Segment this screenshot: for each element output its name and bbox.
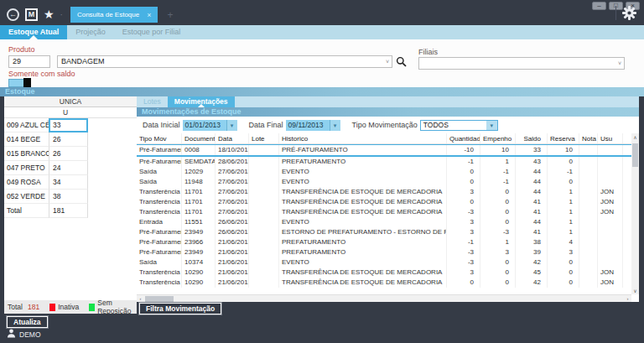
stock-row[interactable]: 052 VERDE38: [4, 190, 137, 204]
document-tab[interactable]: Consulta de Estoque ×: [70, 7, 158, 23]
movement-row[interactable]: Saída1037421/06/2013EVENTO-30420: [137, 257, 631, 268]
movement-cell: 33: [516, 145, 548, 155]
chevron-down-icon[interactable]: ▾: [226, 120, 237, 131]
movement-row[interactable]: Pré-Faturamento2394926/06/2013ESTORNO DE…: [137, 227, 631, 237]
movement-cell: 41: [516, 207, 548, 217]
column-header: Documento: [182, 133, 216, 143]
movement-cell: -3: [447, 257, 480, 268]
chevron-down-icon[interactable]: ˅: [386, 56, 389, 67]
column-header: Reserva: [548, 133, 579, 143]
movement-row[interactable]: Transferência1170127/06/2013TRANSFERÊNCI…: [137, 207, 631, 217]
end-date-picker[interactable]: 09/11/2013 ▾: [286, 120, 340, 131]
tab-movimentacoes[interactable]: Movimentações: [168, 96, 235, 107]
tab-estoque-atual[interactable]: Estoque Atual: [0, 25, 67, 39]
start-date-picker[interactable]: 01/01/2013 ▾: [183, 120, 237, 131]
movement-cell: 3: [447, 187, 480, 197]
movement-row[interactable]: Transferência1029021/06/2013TRANSFERÊNCI…: [137, 278, 631, 288]
refresh-button[interactable]: Atualiza: [7, 316, 48, 328]
movement-row[interactable]: Pré-FaturamentoSEMDATA28/06/2013PREFATUR…: [137, 157, 631, 167]
scroll-down-icon[interactable]: ∨: [631, 288, 639, 294]
movement-row[interactable]: Saída1194827/06/2013EVENTO0-1440: [137, 177, 631, 187]
movement-cell: [249, 207, 279, 217]
branches-combo[interactable]: ˅: [418, 57, 625, 70]
movement-cell: [249, 145, 279, 155]
movement-cell: [579, 237, 598, 247]
settings-gear-icon[interactable]: [622, 6, 636, 23]
movement-row[interactable]: Transferência1029021/06/2013TRANSFERÊNCI…: [137, 268, 631, 278]
movement-cell: Transferência: [137, 268, 182, 278]
movement-row[interactable]: Pré-Faturamento000818/10/2013PRÉ-FATURAM…: [137, 144, 631, 157]
favorites-star-icon[interactable]: ★: [44, 8, 55, 21]
movement-row[interactable]: Entrada1155126/06/2013EVENTO30441: [137, 217, 631, 227]
scroll-right-icon[interactable]: ›: [624, 296, 631, 301]
stock-row[interactable]: Total181: [4, 204, 137, 218]
document-tab-label: Consulta de Estoque: [77, 11, 139, 18]
movement-row[interactable]: Transferência1170127/06/2013TRANSFERÊNCI…: [137, 187, 631, 197]
tab-projecao[interactable]: Projeção: [67, 25, 114, 39]
minimize-button[interactable]: –: [592, 2, 606, 10]
stock-row[interactable]: 015 BRANCO26: [4, 147, 137, 161]
movement-cell: 27/06/2013: [216, 167, 249, 177]
movement-cell: 11551: [182, 217, 216, 227]
stock-group-header: UNICA: [4, 96, 137, 107]
movement-cell: 21/06/2013: [216, 237, 249, 247]
scroll-left-icon[interactable]: ‹: [137, 296, 144, 301]
movement-cell: Transferência: [137, 197, 182, 207]
column-header: Tipo Mov: [137, 133, 182, 143]
scroll-up-icon[interactable]: ∧: [631, 134, 639, 140]
product-code-input[interactable]: 29: [8, 55, 50, 68]
movement-cell: 4: [548, 237, 579, 247]
movement-cell: PREFATURAMENTO: [279, 157, 447, 167]
add-tab-icon[interactable]: +: [167, 9, 173, 21]
vertical-scroll-thumb[interactable]: [632, 143, 638, 167]
movement-cell: JON: [598, 187, 623, 197]
movement-cell: [249, 157, 279, 167]
column-header: Usu: [598, 133, 623, 143]
movement-row[interactable]: Transferência1170127/06/2013TRANSFERÊNCI…: [137, 197, 631, 207]
tab-lotes[interactable]: Lotes: [137, 96, 168, 107]
movement-cell: 0: [447, 197, 480, 207]
stock-row[interactable]: 049 ROSA34: [4, 175, 137, 190]
movement-cell: 3: [480, 247, 516, 257]
only-with-balance-toggle[interactable]: [8, 79, 31, 87]
movement-cell: [249, 167, 279, 177]
logged-user: DEMO: [7, 329, 41, 340]
movement-cell: 0: [480, 268, 516, 278]
movement-cell: TRANSFERÊNCIA DE ESTOQUE DE MERCADORIA: [279, 187, 447, 197]
chevron-down-icon[interactable]: ▾: [330, 120, 340, 131]
filter-movement-button[interactable]: Filtra Movimentação: [139, 303, 221, 314]
chevron-down-icon[interactable]: ▾: [486, 121, 497, 130]
movement-cell: 27/06/2013: [216, 207, 249, 217]
search-icon[interactable]: [396, 55, 407, 70]
movement-type-combo[interactable]: TODOS ▾: [420, 120, 498, 131]
movement-row[interactable]: Pré-Faturamento2394921/06/2013PREFATURAM…: [137, 247, 631, 257]
movement-cell: 44: [516, 217, 548, 227]
tab-estoque-por-filial[interactable]: Estoque por Filial: [114, 25, 190, 39]
movement-row[interactable]: Pré-Faturamento2396621/06/2013PREFATURAM…: [137, 237, 631, 247]
movement-cell: 11701: [182, 207, 216, 217]
chevron-down-icon[interactable]: ˅: [618, 58, 621, 69]
movement-cell: 1: [480, 157, 516, 167]
movement-cell: [579, 167, 598, 177]
movement-cell: [579, 257, 598, 268]
movement-cell: 0: [447, 278, 480, 288]
column-header: Historico: [279, 133, 447, 143]
product-name-input[interactable]: BANDAGEM ˅: [57, 55, 392, 68]
horizontal-scrollbar[interactable]: ‹ ›: [137, 294, 631, 302]
movement-cell: 12029: [182, 167, 216, 177]
app-logo-icon[interactable]: M: [25, 8, 38, 21]
horizontal-scroll-thumb[interactable]: [145, 296, 174, 302]
movement-cell: [598, 157, 623, 167]
back-icon[interactable]: ←: [7, 8, 19, 21]
movements-table-header: Tipo MovDocumentoDataLoteHistoricoQuanti…: [137, 133, 631, 144]
movement-cell: 10374: [182, 257, 216, 268]
tab-close-icon[interactable]: ×: [147, 11, 151, 19]
total-label: Total: [8, 303, 23, 311]
stock-row[interactable]: 009 AZUL CÉU33: [4, 118, 137, 133]
stock-row[interactable]: 047 PRETO24: [4, 161, 137, 175]
movement-cell: -3: [447, 247, 480, 257]
movement-row[interactable]: Saída1202927/06/2013EVENTO0-144-1: [137, 167, 631, 177]
movement-cell: 23966: [182, 237, 216, 247]
stock-row[interactable]: 014 BEGE26: [4, 133, 137, 147]
vertical-scrollbar[interactable]: ∧ ∨: [631, 133, 639, 294]
